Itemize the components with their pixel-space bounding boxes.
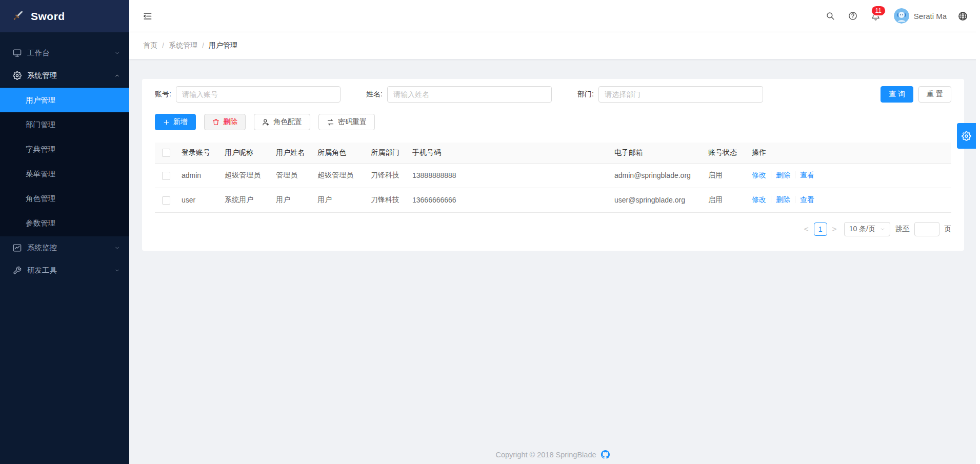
action-divider bbox=[795, 196, 795, 203]
sidebar-menu: 工作台 系统管理 用户管理 部门管理 字典管理 菜单管理 角色管理 参数管理 系… bbox=[0, 32, 129, 281]
chart-icon bbox=[13, 244, 22, 252]
search-form: 账号: 姓名: 部门: 查 询 重 置 bbox=[155, 86, 951, 103]
logo[interactable]: Sword bbox=[0, 0, 129, 32]
sidebar-item-devtools[interactable]: 研发工具 bbox=[0, 259, 129, 281]
pagination: < 1 > 10 条/页 跳至 页 bbox=[155, 222, 951, 236]
view-link[interactable]: 查看 bbox=[800, 195, 814, 204]
account-field-group: 账号: bbox=[155, 86, 341, 103]
page-number-1[interactable]: 1 bbox=[814, 223, 827, 236]
cell-role: 超级管理员 bbox=[313, 163, 367, 188]
row-checkbox[interactable] bbox=[162, 196, 170, 205]
sidebar-item-label: 参数管理 bbox=[26, 218, 55, 228]
notification-badge: 11 bbox=[871, 6, 886, 16]
trash-icon bbox=[212, 118, 219, 126]
sidebar-item-param-mgmt[interactable]: 参数管理 bbox=[0, 211, 129, 235]
page-unit-label: 页 bbox=[944, 225, 951, 234]
page-size-select[interactable]: 10 条/页 bbox=[844, 222, 890, 236]
account-input[interactable] bbox=[176, 86, 341, 103]
add-button[interactable]: 新增 bbox=[155, 114, 196, 130]
view-link[interactable]: 查看 bbox=[800, 171, 814, 179]
cell-name: 用户 bbox=[272, 188, 313, 212]
col-header-actions: 操作 bbox=[748, 143, 951, 163]
delete-button-label: 删除 bbox=[223, 117, 237, 127]
gear-icon bbox=[13, 71, 22, 80]
jump-label: 跳至 bbox=[895, 225, 910, 234]
sidebar-item-label: 系统管理 bbox=[27, 71, 57, 80]
cell-dept: 刀锋科技 bbox=[367, 163, 408, 188]
page-size-value: 10 条/页 bbox=[849, 225, 875, 234]
dept-label: 部门: bbox=[577, 90, 594, 99]
role-config-button[interactable]: 角色配置 bbox=[254, 114, 310, 130]
sidebar-item-label: 角色管理 bbox=[26, 194, 55, 204]
edit-link[interactable]: 修改 bbox=[752, 171, 766, 179]
cell-email: user@springblade.org bbox=[610, 188, 704, 212]
help-button[interactable] bbox=[842, 11, 864, 21]
monitor-icon bbox=[13, 49, 22, 57]
add-button-label: 新增 bbox=[173, 117, 188, 127]
sidebar-item-label: 字典管理 bbox=[26, 145, 55, 154]
breadcrumb-home[interactable]: 首页 bbox=[143, 41, 157, 50]
delete-button[interactable]: 删除 bbox=[204, 114, 246, 130]
search-button-submit[interactable]: 查 询 bbox=[881, 86, 913, 103]
theme-settings-button[interactable] bbox=[957, 123, 976, 149]
col-header-name: 用户姓名 bbox=[272, 143, 313, 163]
table-row: admin 超级管理员 管理员 超级管理员 刀锋科技 13888888888 a… bbox=[155, 163, 951, 188]
search-button[interactable] bbox=[819, 11, 842, 21]
scrollbar-gutter[interactable] bbox=[976, 0, 980, 464]
cell-status: 启用 bbox=[704, 163, 748, 188]
notifications-button[interactable]: 11 bbox=[864, 11, 887, 21]
next-page-button[interactable]: > bbox=[829, 225, 840, 234]
cell-dept: 刀锋科技 bbox=[367, 188, 408, 212]
sidebar-item-workbench[interactable]: 工作台 bbox=[0, 42, 129, 64]
sidebar-item-dept-mgmt[interactable]: 部门管理 bbox=[0, 112, 129, 137]
prev-page-button[interactable]: < bbox=[801, 225, 812, 234]
jump-page-input[interactable] bbox=[914, 222, 939, 236]
sidebar-item-label: 工作台 bbox=[27, 48, 50, 58]
wrench-icon bbox=[13, 266, 22, 275]
chevron-down-icon bbox=[114, 245, 120, 251]
select-all-checkbox[interactable] bbox=[162, 149, 170, 157]
cell-phone: 13888888888 bbox=[408, 163, 610, 188]
sidebar-item-role-mgmt[interactable]: 角色管理 bbox=[0, 186, 129, 211]
menu-fold-button[interactable] bbox=[143, 11, 152, 21]
name-field-group: 姓名: bbox=[366, 86, 552, 103]
row-checkbox[interactable] bbox=[162, 172, 170, 180]
action-divider bbox=[771, 196, 771, 203]
breadcrumb: 首页 / 系统管理 / 用户管理 bbox=[129, 32, 980, 59]
avatar-image bbox=[894, 8, 909, 24]
search-buttons: 查 询 重 置 bbox=[881, 86, 951, 103]
sidebar-item-monitor[interactable]: 系统监控 bbox=[0, 236, 129, 259]
edit-link[interactable]: 修改 bbox=[752, 195, 766, 204]
name-input[interactable] bbox=[387, 86, 552, 103]
footer: Copyright © 2018 SpringBlade bbox=[129, 450, 976, 460]
sidebar-item-system[interactable]: 系统管理 bbox=[0, 64, 129, 87]
github-icon[interactable] bbox=[601, 452, 610, 460]
col-header-status: 账号状态 bbox=[704, 143, 748, 163]
cell-nickname: 超级管理员 bbox=[221, 163, 272, 188]
users-table: 登录账号 用户昵称 用户姓名 所属角色 所属部门 手机号码 电子邮箱 账号状态 … bbox=[155, 143, 951, 213]
sidebar-item-menu-mgmt[interactable]: 菜单管理 bbox=[0, 162, 129, 186]
action-divider bbox=[771, 171, 771, 178]
question-circle-icon bbox=[848, 11, 857, 21]
app-title: Sword bbox=[31, 10, 65, 23]
breadcrumb-separator: / bbox=[162, 42, 164, 50]
topbar: 11 Serati Ma bbox=[129, 0, 980, 32]
cell-role: 用户 bbox=[313, 188, 367, 212]
delete-link[interactable]: 删除 bbox=[776, 171, 790, 179]
role-config-label: 角色配置 bbox=[273, 117, 302, 127]
cell-actions: 修改删除查看 bbox=[748, 163, 951, 188]
col-header-role: 所属角色 bbox=[313, 143, 367, 163]
sidebar-item-dict-mgmt[interactable]: 字典管理 bbox=[0, 137, 129, 162]
reset-button[interactable]: 重 置 bbox=[918, 86, 951, 103]
sidebar-item-user-mgmt[interactable]: 用户管理 bbox=[0, 88, 129, 112]
user-name[interactable]: Serati Ma bbox=[914, 12, 947, 21]
avatar[interactable] bbox=[894, 8, 909, 24]
cell-status: 启用 bbox=[704, 188, 748, 212]
cell-phone: 13666666666 bbox=[408, 188, 610, 212]
user-mgmt-card: 账号: 姓名: 部门: 查 询 重 置 bbox=[142, 79, 964, 251]
delete-link[interactable]: 删除 bbox=[776, 195, 790, 204]
password-reset-button[interactable]: 密码重置 bbox=[318, 114, 375, 130]
dept-select[interactable] bbox=[598, 86, 763, 103]
language-button[interactable] bbox=[955, 11, 971, 21]
breadcrumb-system[interactable]: 系统管理 bbox=[169, 41, 197, 50]
